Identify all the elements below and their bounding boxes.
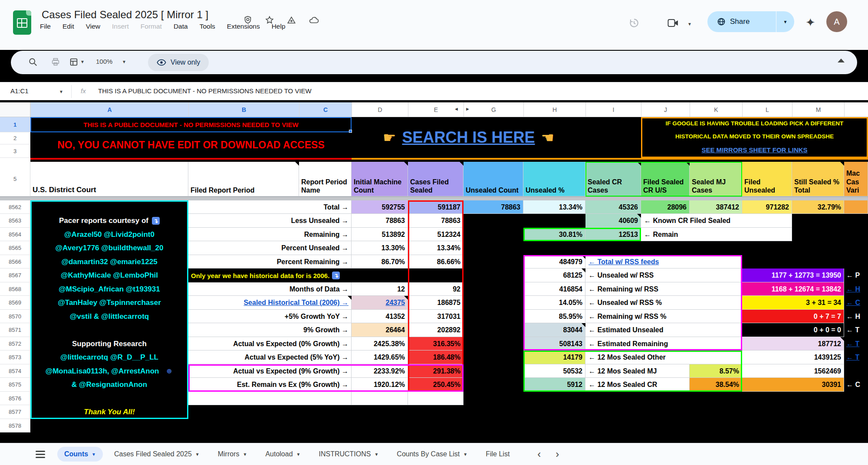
header-cell-D[interactable]: Initial Machine Count (352, 162, 408, 196)
column-header-N[interactable] (844, 102, 868, 117)
cell-M-8562[interactable]: 32.79% (792, 200, 844, 214)
cell-H-8571[interactable]: 83044 (523, 323, 585, 337)
print-icon[interactable] (51, 57, 60, 67)
row-header-8574[interactable]: 8574 (0, 364, 30, 378)
share-dropdown-caret[interactable]: ▼ (776, 20, 794, 24)
cell-H-8568[interactable]: 416854 (523, 282, 585, 296)
cell-B-8562[interactable]: Total → (188, 200, 352, 214)
cell-L-8575[interactable]: 30391 (742, 378, 844, 392)
cell-E-8575[interactable]: 250.45% (408, 378, 464, 392)
cell-D-8564[interactable]: 513892 (352, 228, 408, 241)
cell-L-8570[interactable]: 0 + 7 = 7 (742, 310, 844, 323)
cell-N-8575[interactable]: ← C (844, 378, 868, 392)
tab-mirrors[interactable]: Mirrors▼ (211, 447, 254, 462)
row-header-8567[interactable]: 8567 (0, 269, 30, 282)
column-header-H[interactable]: H (523, 102, 585, 117)
menu-file[interactable]: File (40, 23, 51, 30)
cell-B-8573[interactable]: Actual vs Expected (5% YoY) → (188, 350, 352, 364)
cell-L-8567[interactable]: 1177 + 12773 = 13950 (742, 269, 844, 282)
column-header-C[interactable]: C (299, 102, 352, 117)
cell-E-8570[interactable]: 317031 (408, 310, 464, 323)
cell-H-8575[interactable]: 5912 (523, 378, 585, 392)
tab-dropdown-caret[interactable]: ▼ (243, 452, 247, 457)
cell-I-8564[interactable]: 12513 (585, 228, 641, 241)
column-header-K[interactable]: K (690, 102, 742, 117)
tab-counts[interactable]: Counts▼ (57, 447, 103, 462)
cell-D-8572[interactable]: 2425.38% (352, 337, 408, 350)
row-header-1[interactable]: 1 (0, 117, 30, 132)
header-cell-J[interactable]: Filed Sealed CR U/S (641, 162, 690, 196)
cell-B-8569[interactable]: Sealed Historical Total (2006) → (188, 296, 352, 310)
row-header-8570[interactable]: 8570 (0, 310, 30, 323)
header-cell-M[interactable]: Still Sealed % Total (792, 162, 844, 196)
meet-camera-icon[interactable] (667, 18, 679, 28)
cell-H-8569[interactable]: 14.05% (523, 296, 585, 310)
header-cell-N[interactable]: Mac Cas Vari (844, 162, 868, 196)
menu-view[interactable]: View (86, 23, 100, 30)
column-header-I[interactable]: I (585, 102, 641, 117)
selection-fill-handle[interactable] (349, 130, 352, 133)
tab-dropdown-caret[interactable]: ▼ (296, 452, 301, 457)
column-header-J[interactable]: J (641, 102, 690, 117)
credits-panel[interactable]: Pacer reports courtesy of↴@Arazel50 @Liv… (30, 200, 188, 419)
cell-B-8570[interactable]: +5% Growth YoY → (188, 310, 352, 323)
row-header-8565[interactable]: 8565 (0, 241, 30, 255)
header-cell-E[interactable]: Cases Filed Sealed (408, 162, 464, 196)
share-button[interactable]: Share ▼ (707, 11, 794, 32)
row-header-8566[interactable]: 8566 (0, 255, 30, 269)
cell-D-8571[interactable]: 26464 (352, 323, 408, 337)
cell-L-8572[interactable]: 187712 (742, 337, 844, 350)
format-options-caret[interactable]: ▼ (80, 59, 85, 64)
cell-D-8570[interactable]: 41352 (352, 310, 408, 323)
row-header-8575[interactable]: 8575 (0, 378, 30, 392)
cell-B-8571[interactable]: 9% Growth → (188, 323, 352, 337)
tab-dropdown-caret[interactable]: ▼ (463, 452, 467, 457)
cell-H-8570[interactable]: 85.95% (523, 310, 585, 323)
cell-E-8569[interactable]: 186875 (408, 296, 464, 310)
notice-banner-cell[interactable]: IF GOOGLE IS HAVING TROUBLE LOADING PICK… (641, 117, 868, 158)
cell-I-8573[interactable]: ← 12 Mos Sealed Other (585, 350, 742, 364)
cell-D-8576[interactable] (352, 392, 408, 405)
cell-N-8568[interactable]: ← H (844, 282, 868, 296)
header-cell-L[interactable]: Filed Unsealed (742, 162, 792, 196)
cell-E-8574[interactable]: 291.38% (408, 364, 464, 378)
all-sheets-menu-icon[interactable] (36, 451, 45, 458)
row-header-8573[interactable]: 8573 (0, 350, 30, 364)
column-header-A[interactable]: A (30, 102, 188, 117)
mirrors-sheet-link[interactable]: SEE MIRRORS SHEET FOR LINKS (641, 143, 868, 157)
cell-I-8562[interactable]: 45326 (585, 200, 641, 214)
format-options-icon[interactable] (69, 57, 79, 67)
header-cell-G[interactable]: Unsealed Count (464, 162, 523, 196)
account-avatar[interactable]: A (826, 11, 847, 32)
cell-B-8565[interactable]: Percent Unsealed → (188, 241, 352, 255)
row-header-8564[interactable]: 8564 (0, 228, 30, 241)
sheets-logo-icon[interactable] (13, 10, 31, 35)
cell-I-8570[interactable]: ← Remaining w/ RSS % (585, 310, 742, 323)
row-header-8563[interactable]: 8563 (0, 214, 30, 228)
column-header-D[interactable]: D (352, 102, 408, 117)
menu-help[interactable]: Help (272, 23, 286, 30)
banner-line2[interactable]: NO, YOU CANNOT HAVE EDIT OR DOWNLOAD ACC… (30, 132, 352, 158)
select-all-corner[interactable] (0, 102, 30, 117)
cell-N-8569[interactable]: ← C (844, 296, 868, 310)
header-cell-H[interactable]: Unsealed % (523, 162, 585, 196)
cell-I-8563[interactable]: 40609 (585, 214, 641, 228)
cell-I-8568[interactable]: ← Remaining w/ RSS (585, 282, 742, 296)
tab-scroll-left-icon[interactable]: ‹ (537, 448, 541, 460)
cell-E-8565[interactable]: 13.34% (408, 241, 464, 255)
tab-counts-by-case-list[interactable]: Counts By Case List▼ (390, 447, 474, 462)
cell-L-8568[interactable]: 1168 + 12674 = 13842 (742, 282, 844, 296)
cell-B-8572[interactable]: Actual vs Expected (0% Growth) → (188, 337, 352, 350)
cell-L-8571[interactable]: 0 + 0 = 0 (742, 323, 844, 337)
cell-I-8575[interactable]: ← 12 Mos Sealed CR (585, 378, 690, 392)
tab-cases-filed-sealed-2025[interactable]: Cases Filed Sealed 2025▼ (107, 447, 207, 462)
tab-instructions[interactable]: INSTRUCTIONS▼ (312, 447, 385, 462)
banner-line1[interactable]: THIS IS A PUBLIC DOCUMENT - NO PERMISSIO… (30, 117, 352, 132)
cell-L-8562[interactable]: 971282 (742, 200, 792, 214)
cell-K-8562[interactable]: 387412 (690, 200, 742, 214)
zoom-caret[interactable]: ▼ (122, 59, 126, 64)
cell-E-8573[interactable]: 186.48% (408, 350, 464, 364)
zoom-control[interactable]: 100% (96, 58, 112, 65)
column-header-L[interactable]: L (742, 102, 792, 117)
cell-B-8568[interactable]: Months of Data → (188, 282, 352, 296)
